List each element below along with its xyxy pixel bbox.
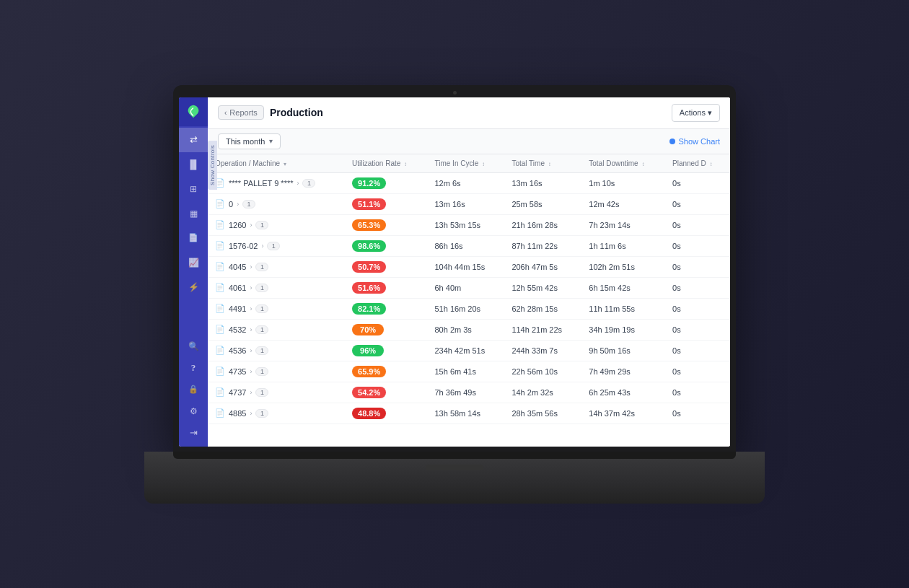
badge-count: 1: [255, 284, 268, 292]
expand-arrow: ›: [261, 242, 263, 250]
expand-arrow: ›: [250, 284, 252, 291]
page-title: Production: [270, 107, 323, 118]
utilization-badge: 91.2%: [352, 177, 386, 189]
table-row[interactable]: 📄 1260 › 1 65.3%13h 53m 15s21h 16m 28s7h…: [208, 214, 730, 235]
show-controls-tab[interactable]: Show Controls: [208, 141, 217, 190]
cell-utilization: 91.2%: [345, 172, 427, 193]
sidebar-item-help[interactable]: ?: [179, 357, 208, 379]
sidebar-item-search[interactable]: 🔍: [179, 335, 208, 357]
cell-time-in-cycle: 104h 44m 15s: [427, 256, 504, 277]
table-row[interactable]: 📄 4536 › 1 96%234h 42m 51s244h 33m 7s9h …: [208, 340, 730, 361]
chevron-down-icon: ▾: [269, 137, 273, 145]
cell-planned: 0s: [665, 298, 730, 319]
sidebar-item-analytics[interactable]: 📈: [179, 250, 208, 275]
row-name-label: 4061: [229, 284, 246, 292]
sidebar-item-grid[interactable]: ⊞: [179, 177, 208, 201]
utilization-badge: 48.8%: [352, 408, 386, 419]
doc-icon: 📄: [215, 387, 225, 397]
cell-planned: 0s: [665, 403, 730, 424]
table-row[interactable]: 📄 4491 › 1 82.1%51h 16m 20s62h 28m 15s11…: [208, 298, 730, 319]
sort-icon-planned: ↕: [710, 161, 713, 167]
table-row[interactable]: 📄 4532 › 1 70%80h 2m 3s114h 21m 22s34h 1…: [208, 319, 730, 340]
cell-name: 📄 4536 › 1: [208, 340, 345, 361]
row-name-label: 4885: [229, 409, 246, 418]
row-name-label: 4737: [229, 388, 246, 397]
cell-total-time: 13m 16s: [504, 172, 581, 193]
lightning-icon: ⚡: [188, 282, 199, 292]
sidebar-item-logout[interactable]: ⇥: [179, 422, 208, 444]
table-row[interactable]: 📄 **** PALLET 9 **** › 1 91.2%12m 6s13m …: [208, 172, 730, 193]
search-icon: 🔍: [188, 341, 199, 351]
table-row[interactable]: 📄 4735 › 1 65.9%15h 6m 41s22h 56m 10s7h …: [208, 361, 730, 382]
analytics-icon: 📈: [188, 258, 199, 268]
actions-button[interactable]: Actions ▾: [672, 104, 720, 122]
cell-total-downtime: 102h 2m 51s: [581, 256, 665, 277]
table-row[interactable]: 📄 1576-02 › 1 98.6%86h 16s87h 11m 22s1h …: [208, 235, 730, 256]
badge-count: 1: [267, 242, 280, 250]
col-header-total-downtime[interactable]: Total Downtime ↕: [581, 154, 665, 173]
cell-planned: 0s: [665, 361, 730, 382]
screen: Show Controls ⇄ ▐▌ ⊞ ▦: [179, 97, 730, 447]
cell-utilization: 98.6%: [345, 235, 427, 256]
reports-back-button[interactable]: ‹ Reports: [218, 105, 264, 120]
doc-icon: 📄: [215, 367, 225, 376]
sidebar-item-filter[interactable]: ⇄: [179, 128, 208, 152]
doc-icon: 📄: [215, 408, 225, 418]
table-row[interactable]: 📄 4045 › 1 50.7%104h 44m 15s206h 47m 5s1…: [208, 256, 730, 277]
utilization-badge: 98.6%: [352, 240, 386, 252]
expand-arrow: ›: [250, 410, 252, 417]
table-row[interactable]: 📄 0 › 1 51.1%13m 16s25m 58s12m 42s0s: [208, 193, 730, 214]
sidebar-logo[interactable]: [179, 97, 208, 126]
cell-total-time: 25m 58s: [504, 193, 581, 214]
sidebar-item-layers[interactable]: ▦: [179, 201, 208, 226]
col-header-utilization[interactable]: Utilization Rate ↕: [345, 154, 427, 173]
cell-name: 📄 4061 › 1: [208, 277, 345, 298]
badge-count: 1: [255, 325, 268, 334]
cell-time-in-cycle: 7h 36m 49s: [427, 382, 504, 403]
sidebar-item-lock[interactable]: 🔒: [179, 379, 208, 400]
cell-total-time: 62h 28m 15s: [504, 298, 581, 319]
doc-icon: 📄: [215, 241, 225, 250]
sidebar-item-file[interactable]: 📄: [179, 226, 208, 250]
row-name-label: 1576-02: [229, 242, 258, 250]
row-name-label: 1260: [229, 221, 246, 229]
cell-total-time: 28h 35m 56s: [504, 403, 581, 424]
sidebar-item-lightning[interactable]: ⚡: [179, 275, 208, 299]
cell-time-in-cycle: 12m 6s: [427, 172, 504, 193]
col-header-name[interactable]: Operation / Machine ▾: [208, 154, 345, 173]
col-header-time-in-cycle[interactable]: Time In Cycle ↕: [427, 154, 504, 173]
doc-icon: 📄: [215, 199, 225, 209]
logout-icon: ⇥: [190, 427, 198, 438]
help-icon: ?: [191, 362, 196, 374]
sidebar-item-settings[interactable]: ⚙: [179, 400, 208, 422]
utilization-badge: 50.7%: [352, 261, 386, 273]
cell-planned: 0s: [665, 172, 730, 193]
cell-time-in-cycle: 234h 42m 51s: [427, 340, 504, 361]
cell-time-in-cycle: 13h 58m 14s: [427, 403, 504, 424]
cell-utilization: 51.1%: [345, 193, 427, 214]
breadcrumb: ‹ Reports Production: [218, 105, 323, 120]
table-row[interactable]: 📄 4737 › 1 54.2%7h 36m 49s14h 2m 32s6h 2…: [208, 382, 730, 403]
cell-planned: 0s: [665, 193, 730, 214]
table-row[interactable]: 📄 4885 › 1 48.8%13h 58m 14s28h 35m 56s14…: [208, 403, 730, 424]
utilization-badge: 51.1%: [352, 198, 386, 210]
top-bar: ‹ Reports Production Actions ▾: [208, 97, 730, 129]
cell-utilization: 51.6%: [345, 277, 427, 298]
sidebar-item-chart[interactable]: ▐▌: [179, 152, 208, 177]
col-header-planned[interactable]: Planned D ↕: [665, 154, 730, 173]
cell-time-in-cycle: 13m 16s: [427, 193, 504, 214]
doc-icon: 📄: [215, 283, 225, 292]
cell-planned: 0s: [665, 319, 730, 340]
utilization-badge: 82.1%: [352, 303, 386, 315]
cell-total-downtime: 6h 25m 43s: [581, 382, 665, 403]
cell-total-downtime: 11h 11m 55s: [581, 298, 665, 319]
show-chart-button[interactable]: Show Chart: [669, 137, 720, 146]
row-name-label: 4045: [229, 263, 246, 271]
table-row[interactable]: 📄 4061 › 1 51.6%6h 40m12h 55m 42s6h 15m …: [208, 277, 730, 298]
month-filter[interactable]: This month ▾: [218, 133, 281, 149]
col-header-total-time[interactable]: Total Time ↕: [504, 154, 581, 173]
cell-total-time: 14h 2m 32s: [504, 382, 581, 403]
cell-name: 📄 0 › 1: [208, 193, 345, 214]
cell-total-downtime: 14h 37m 42s: [581, 403, 665, 424]
sort-icon-tic: ↕: [482, 161, 485, 167]
